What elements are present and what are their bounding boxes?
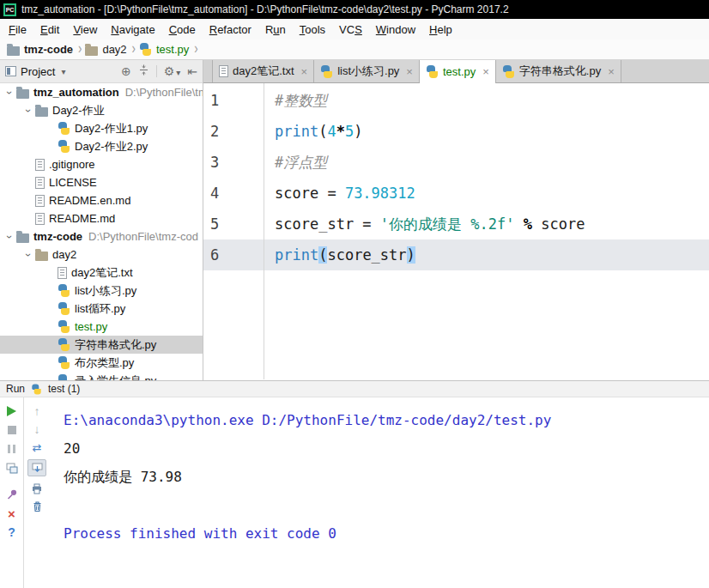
tree-item-list-loop[interactable]: list循环.py bbox=[0, 300, 203, 318]
line-number[interactable]: 1 bbox=[203, 85, 264, 116]
python-icon bbox=[58, 122, 70, 135]
editor-line-current[interactable]: 6 print(score_str) bbox=[203, 239, 709, 270]
tree-item-readme[interactable]: README.md bbox=[0, 209, 203, 227]
close-icon[interactable] bbox=[301, 65, 308, 78]
gear-icon[interactable]: ⚙▾ bbox=[164, 65, 181, 77]
editor-line[interactable]: 4 score = 73.98312 bbox=[203, 178, 709, 209]
locate-file-icon[interactable]: ⊕ bbox=[121, 65, 131, 77]
tree-item-string-format[interactable]: 字符串格式化.py bbox=[0, 336, 203, 354]
chevron-down-icon[interactable]: ▾ bbox=[61, 67, 65, 76]
menu-window[interactable]: Window bbox=[369, 23, 422, 36]
line-number[interactable]: 4 bbox=[203, 178, 264, 209]
menu-code[interactable]: Code bbox=[162, 23, 203, 36]
editor-line[interactable]: 2 print(4*5) bbox=[203, 116, 709, 147]
tab-string-format[interactable]: 字符串格式化.py bbox=[496, 60, 621, 82]
rerun-button[interactable] bbox=[5, 405, 19, 417]
project-toolwindow-icon bbox=[5, 66, 16, 76]
menu-run[interactable]: Run bbox=[258, 23, 293, 36]
help-button[interactable]: ? bbox=[5, 526, 19, 538]
restore-layout-button[interactable] bbox=[5, 462, 19, 474]
pause-output-button[interactable] bbox=[5, 443, 19, 455]
tab-list-practice[interactable]: list小练习.py bbox=[314, 60, 420, 82]
menu-help[interactable]: Help bbox=[422, 23, 459, 36]
menu-view[interactable]: View bbox=[66, 23, 104, 36]
collapse-all-icon[interactable] bbox=[138, 64, 149, 78]
menu-refactor[interactable]: Refactor bbox=[203, 23, 258, 36]
pycharm-logo-icon: PC bbox=[3, 3, 16, 16]
tree-item-tmz-code[interactable]: tmz-code D:\PythonFile\tmz-cod bbox=[0, 227, 203, 246]
text-file-icon bbox=[35, 159, 45, 171]
menu-file[interactable]: File bbox=[2, 23, 33, 36]
tree-item-license[interactable]: LICENSE bbox=[0, 173, 203, 191]
soft-wrap-button[interactable]: ⇄ bbox=[30, 441, 44, 453]
tab-day2-notes[interactable]: day2笔记.txt bbox=[212, 60, 314, 82]
tree-item-day2-homework1[interactable]: Day2-作业1.py bbox=[0, 119, 203, 137]
tree-item-test-py[interactable]: test.py bbox=[0, 318, 203, 336]
breadcrumb-day2[interactable]: day2 bbox=[85, 43, 126, 56]
project-panel-title: Project bbox=[21, 65, 55, 78]
folder-icon bbox=[35, 107, 48, 117]
close-icon[interactable] bbox=[406, 65, 413, 78]
pin-tab-button[interactable] bbox=[5, 488, 19, 500]
close-icon[interactable] bbox=[608, 65, 615, 78]
tree-item-gitignore[interactable]: .gitignore bbox=[0, 155, 203, 173]
toolbar-divider bbox=[156, 65, 157, 77]
close-icon[interactable] bbox=[482, 65, 489, 78]
run-panel-header: Run test (1) bbox=[0, 381, 709, 397]
run-tab-label[interactable]: test (1) bbox=[48, 383, 80, 395]
chevron-down-icon[interactable] bbox=[21, 105, 35, 117]
breadcrumb-tmz-code[interactable]: tmz-code bbox=[7, 43, 73, 56]
tree-item-tmz-automation[interactable]: tmz_automation D:\PythonFile\tm bbox=[0, 83, 203, 101]
menu-edit[interactable]: Edit bbox=[33, 23, 66, 36]
run-panel-body: × ? ↑ ↓ ⇄ E:\anaconda3\python.exe D:/Pyt… bbox=[0, 397, 709, 588]
tab-test-py[interactable]: test.py bbox=[420, 60, 496, 83]
tree-item-student-info[interactable]: 录入学生信息.py bbox=[0, 372, 203, 380]
tree-item-day2-homework[interactable]: Day2-作业 bbox=[0, 101, 203, 119]
print-console-button[interactable] bbox=[30, 482, 44, 494]
menu-navigate[interactable]: Navigate bbox=[104, 23, 161, 36]
line-number[interactable]: 3 bbox=[203, 147, 264, 178]
clear-console-icon[interactable] bbox=[30, 500, 44, 512]
console-blank-line bbox=[64, 491, 709, 519]
scroll-to-end-button[interactable] bbox=[27, 459, 46, 476]
folder-icon bbox=[7, 46, 20, 56]
line-number[interactable]: 5 bbox=[203, 209, 264, 239]
menu-vcs[interactable]: VCS bbox=[332, 23, 369, 36]
line-number[interactable]: 6 bbox=[203, 239, 264, 270]
tree-item-day2[interactable]: day2 bbox=[0, 246, 203, 264]
run-panel: Run test (1) × ? ↑ ↓ ⇄ bbox=[0, 380, 709, 588]
editor-line[interactable]: 3 #浮点型 bbox=[203, 147, 709, 178]
python-icon bbox=[320, 65, 333, 78]
python-icon bbox=[58, 338, 70, 351]
tree-item-list-practice[interactable]: list小练习.py bbox=[0, 282, 203, 300]
folder-icon bbox=[35, 252, 48, 261]
stop-button[interactable] bbox=[5, 424, 19, 436]
text-file-icon bbox=[35, 195, 45, 207]
editor-line[interactable]: 5 score_str = '你的成绩是 %.2f' % score bbox=[203, 209, 709, 239]
editor-line[interactable]: 1 #整数型 bbox=[203, 85, 709, 116]
breadcrumb: tmz-code › day2 › test.py › bbox=[0, 39, 709, 60]
run-panel-title: Run bbox=[6, 383, 25, 395]
project-panel: Project ▾ ⊕ ⚙▾ ⇤ tmz_automation bbox=[0, 60, 203, 380]
close-button[interactable]: × bbox=[5, 507, 19, 519]
folder-icon bbox=[16, 233, 29, 243]
python-icon bbox=[139, 43, 152, 56]
chevron-down-icon[interactable] bbox=[3, 87, 16, 99]
next-occurrence-button[interactable]: ↓ bbox=[30, 423, 44, 435]
tree-item-bool-type[interactable]: 布尔类型.py bbox=[0, 354, 203, 372]
tree-item-day2-notes[interactable]: day2笔记.txt bbox=[0, 264, 203, 282]
tree-item-day2-homework2[interactable]: Day2-作业2.py bbox=[0, 137, 203, 155]
menu-tools[interactable]: Tools bbox=[293, 23, 332, 36]
code-editor[interactable]: 1 #整数型 2 print(4*5) 3 #浮点型 4 score = 73.… bbox=[203, 83, 709, 379]
project-toolbar: Project ▾ ⊕ ⚙▾ ⇤ bbox=[0, 60, 203, 83]
breadcrumb-test-py[interactable]: test.py bbox=[139, 43, 189, 56]
text-file-icon bbox=[35, 177, 45, 189]
tree-item-readme-en[interactable]: README.en.md bbox=[0, 191, 203, 209]
run-toolbar-console: ↑ ↓ ⇄ bbox=[24, 397, 50, 588]
run-console[interactable]: E:\anaconda3\python.exe D:/PythonFile/tm… bbox=[50, 397, 709, 588]
hide-panel-icon[interactable]: ⇤ bbox=[187, 65, 197, 77]
prev-occurrence-button[interactable]: ↑ bbox=[30, 405, 44, 417]
chevron-down-icon[interactable] bbox=[3, 231, 16, 243]
chevron-down-icon[interactable] bbox=[21, 249, 35, 261]
line-number[interactable]: 2 bbox=[203, 116, 264, 147]
